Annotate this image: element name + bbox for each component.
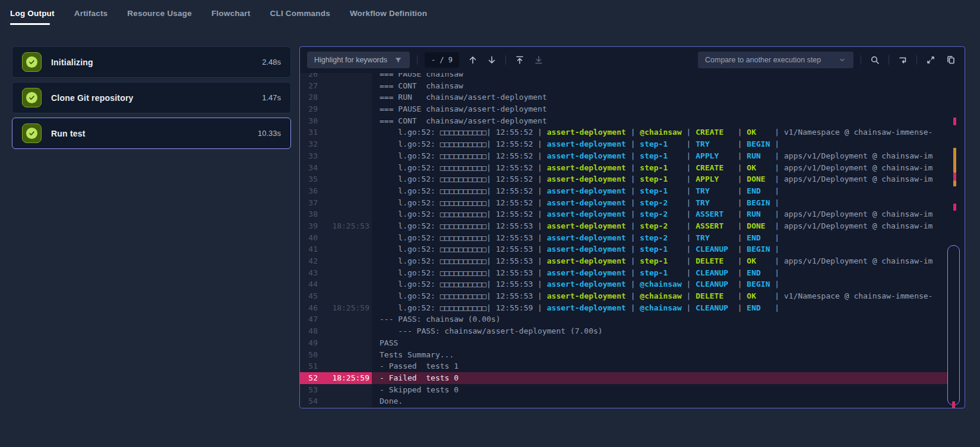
line-number: 33 xyxy=(300,150,318,162)
check-circle-icon xyxy=(26,56,37,68)
line-timestamp xyxy=(318,384,372,396)
line-number: 41 xyxy=(300,243,318,255)
line-timestamp xyxy=(318,138,372,150)
line-content: l.go:52: □□□□□□□□□□| 12:55:52 | assert-d… xyxy=(372,138,947,150)
log-row: 35 l.go:52: □□□□□□□□□□| 12:55:52 | asser… xyxy=(300,173,965,185)
log-toolbar-right: Compare to another execution step xyxy=(698,52,957,68)
tab-workflow-definition[interactable]: Workflow Definition xyxy=(350,0,427,26)
log-row: 33 l.go:52: □□□□□□□□□□| 12:55:52 | asser… xyxy=(300,150,965,162)
line-number: 38 xyxy=(300,208,318,220)
line-timestamp xyxy=(318,197,372,209)
line-content: - Passed tests 1 xyxy=(372,360,947,372)
active-tab-underline xyxy=(10,23,50,25)
step-card-initializing[interactable]: Initializing2.48s xyxy=(12,46,291,78)
log-viewport[interactable]: 26=== PAUSE chainsaw27=== CONT chainsaw2… xyxy=(300,73,965,408)
scroll-to-top-button[interactable] xyxy=(513,53,526,66)
log-row: 49PASS xyxy=(300,337,965,349)
log-row: 54Done. xyxy=(300,395,965,407)
tab-log-output[interactable]: Log Output xyxy=(10,0,55,26)
step-label: Clone Git repository xyxy=(51,93,134,103)
scroll-to-bottom-button[interactable] xyxy=(532,53,545,66)
previous-match-button[interactable] xyxy=(466,53,479,66)
step-duration: 1.47s xyxy=(262,93,281,102)
line-content: l.go:52: □□□□□□□□□□| 12:55:52 | assert-d… xyxy=(372,173,947,185)
tab-label: Log Output xyxy=(10,9,55,18)
step-card-run-test[interactable]: Run test10.33s xyxy=(12,118,291,149)
compare-step-label: Compare to another execution step xyxy=(705,56,821,64)
step-duration: 2.48s xyxy=(262,58,281,66)
line-timestamp xyxy=(318,349,372,361)
copy-logs-icon[interactable] xyxy=(944,53,957,66)
line-timestamp xyxy=(318,208,372,220)
line-timestamp xyxy=(318,173,372,185)
log-row: 37 l.go:52: □□□□□□□□□□| 12:55:52 | asser… xyxy=(300,197,965,209)
log-lines: 26=== PAUSE chainsaw27=== CONT chainsaw2… xyxy=(300,73,965,407)
chevron-down-icon xyxy=(838,56,846,64)
scrollbar-pink-mark xyxy=(953,173,956,180)
log-row: 36 l.go:52: □□□□□□□□□□| 12:55:52 | asser… xyxy=(300,185,965,197)
line-content: --- PASS: chainsaw/assert-deployment (7.… xyxy=(372,325,947,337)
match-counter: - / 9 xyxy=(425,52,459,68)
line-content: l.go:52: □□□□□□□□□□| 12:55:52 | assert-d… xyxy=(372,185,947,197)
line-content: l.go:52: □□□□□□□□□□| 12:55:53 | assert-d… xyxy=(372,278,947,290)
log-output-panel: Highlight for keywords - / 9 xyxy=(299,46,965,408)
line-timestamp xyxy=(318,290,372,302)
search-icon[interactable] xyxy=(868,53,881,66)
scrollbar-current-mark xyxy=(952,401,955,408)
line-content: l.go:52: □□□□□□□□□□| 12:55:52 | assert-d… xyxy=(372,197,947,209)
line-timestamp: 18:25:59 xyxy=(318,302,372,314)
tab-flowchart[interactable]: Flowchart xyxy=(211,0,251,26)
line-content: - Failed tests 0 xyxy=(372,372,947,384)
line-content: l.go:52: □□□□□□□□□□| 12:55:53 | assert-d… xyxy=(372,290,947,302)
log-row: 44 l.go:52: □□□□□□□□□□| 12:55:53 | asser… xyxy=(300,278,965,290)
tab-artifacts[interactable]: Artifacts xyxy=(74,0,108,26)
scrollbar-orange-mark xyxy=(953,180,956,186)
line-number: 45 xyxy=(300,290,318,302)
line-timestamp xyxy=(318,185,372,197)
log-row: 4618:25:59 l.go:52: □□□□□□□□□□| 12:55:59… xyxy=(300,302,965,314)
line-number: 51 xyxy=(300,360,318,372)
line-content: l.go:52: □□□□□□□□□□| 12:55:52 | assert-d… xyxy=(372,150,947,162)
log-scrollbar[interactable] xyxy=(947,73,960,408)
line-timestamp xyxy=(318,360,372,372)
compare-step-select[interactable]: Compare to another execution step xyxy=(698,52,853,68)
execution-steps-list: Initializing2.48sClone Git repository1.4… xyxy=(12,46,291,149)
line-number: 29 xyxy=(300,103,318,115)
tab-resource-usage[interactable]: Resource Usage xyxy=(127,0,192,26)
line-content: l.go:52: □□□□□□□□□□| 12:55:53 | assert-d… xyxy=(372,220,947,232)
line-timestamp xyxy=(318,395,372,407)
log-row: 26=== PAUSE chainsaw xyxy=(300,73,965,80)
line-number: 49 xyxy=(300,337,318,349)
line-number: 39 xyxy=(300,220,318,232)
step-label: Initializing xyxy=(51,58,93,67)
check-circle-icon xyxy=(26,92,37,103)
next-match-button[interactable] xyxy=(485,53,498,66)
log-row: 53- Skipped tests 0 xyxy=(300,384,965,396)
line-timestamp xyxy=(318,337,372,349)
log-row: 50Tests Summary... xyxy=(300,349,965,361)
highlight-keywords-label: Highlight for keywords xyxy=(314,56,387,64)
line-content: l.go:52: □□□□□□□□□□| 12:55:53 | assert-d… xyxy=(372,267,947,279)
log-toolbar: Highlight for keywords - / 9 xyxy=(300,47,965,73)
step-card-clone-git-repository[interactable]: Clone Git repository1.47s xyxy=(12,82,291,113)
line-number: 52 xyxy=(300,372,318,384)
expand-fullscreen-icon[interactable] xyxy=(924,53,937,66)
line-content: l.go:52: □□□□□□□□□□| 12:55:52 | assert-d… xyxy=(372,126,947,138)
highlight-keywords-dropdown[interactable]: Highlight for keywords xyxy=(307,52,410,68)
main-content: Initializing2.48sClone Git repository1.4… xyxy=(12,46,965,408)
top-tab-bar: Log OutputArtifactsResource UsageFlowcha… xyxy=(0,0,980,26)
line-timestamp xyxy=(318,278,372,290)
log-row: 38 l.go:52: □□□□□□□□□□| 12:55:52 | asser… xyxy=(300,208,965,220)
wrap-lines-icon[interactable] xyxy=(896,53,909,66)
scrollbar-thumb[interactable] xyxy=(947,245,960,405)
line-timestamp xyxy=(318,150,372,162)
step-status-success-icon xyxy=(22,123,42,143)
tab-cli-commands[interactable]: CLI Commands xyxy=(270,0,330,26)
line-timestamp xyxy=(318,73,372,80)
log-row: 42 l.go:52: □□□□□□□□□□| 12:55:53 | asser… xyxy=(300,255,965,267)
line-number: 50 xyxy=(300,349,318,361)
line-timestamp xyxy=(318,325,372,337)
tab-label: Flowchart xyxy=(211,9,251,18)
line-number: 54 xyxy=(300,395,318,407)
log-row: 29=== PAUSE chainsaw/assert-deployment xyxy=(300,103,965,115)
